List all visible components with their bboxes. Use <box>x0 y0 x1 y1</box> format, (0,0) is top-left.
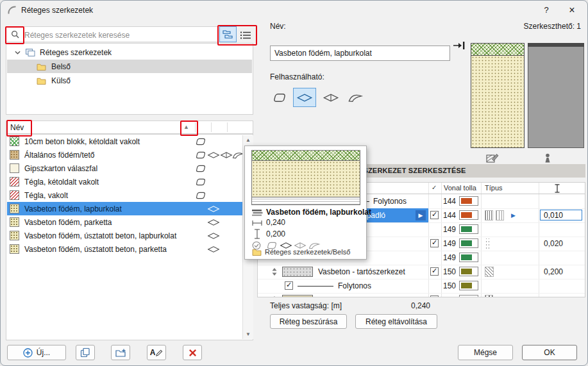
tooltip-total-thickness: 0,240 <box>266 218 285 227</box>
line-sample <box>298 286 333 287</box>
visibility-checkbox[interactable] <box>430 295 439 297</box>
table-row-line[interactable]: Folytonos 150 <box>258 279 585 294</box>
tooltip-title: Vasbeton födém, lapburkolat <box>266 208 371 217</box>
wall-usage-icon <box>194 164 207 173</box>
skin-type-icon[interactable] <box>485 210 493 220</box>
ok-button[interactable]: OK <box>522 345 577 360</box>
type-dropdown-arrow[interactable]: ▶ <box>511 212 516 219</box>
expand-row-button[interactable]: ▶ <box>416 210 426 220</box>
tree-folder-kulso[interactable]: Külső <box>7 74 252 87</box>
use-slab-button[interactable] <box>293 88 316 107</box>
list-item[interactable]: Tégla, vakolt <box>7 188 242 202</box>
list-item-selected[interactable]: Vasbeton födém, lapburkolat <box>7 202 242 215</box>
list-item[interactable]: Vasbeton födém, parketta <box>7 215 242 229</box>
folder-tree: Réteges szerkezetek Belső Külső <box>6 43 253 115</box>
line-type-label: Folytonos <box>338 281 371 290</box>
search-input[interactable] <box>23 28 217 42</box>
roof-icon <box>323 92 339 103</box>
use-shell-button[interactable] <box>346 90 365 104</box>
skin-name: Vakolat - gipsz <box>318 295 368 297</box>
list-item[interactable]: Vasbeton födém, úsztatott beton, lapburk… <box>7 229 242 242</box>
duplicate-button[interactable] <box>76 345 95 360</box>
list-item-label: Vasbeton födém, lapburkolat <box>24 204 122 213</box>
list-item[interactable]: Vasbeton födém, úsztatott beton, parkett… <box>7 242 242 256</box>
pen-color <box>461 212 472 218</box>
pen-color <box>461 198 472 204</box>
visibility-checkbox[interactable] <box>430 211 439 219</box>
use-wall-button[interactable] <box>270 90 289 104</box>
insert-layer-button[interactable]: Réteg beszúrása <box>270 314 347 329</box>
slab-usage-icon <box>207 151 220 160</box>
composite-swatch <box>10 204 19 213</box>
pen-color-swatch[interactable] <box>459 238 478 248</box>
list-item[interactable]: 10cm beton blokk, kétoldalt vakolt <box>7 135 242 148</box>
skin-type-icon[interactable] <box>496 210 504 220</box>
list-view-toggle[interactable] <box>237 27 253 43</box>
list-item-label: Tégla, kétoldalt vakolt <box>24 178 99 187</box>
new-folder-button[interactable] <box>111 345 130 360</box>
delete-button[interactable] <box>183 345 202 360</box>
surfaces-icon[interactable] <box>544 153 551 163</box>
cancel-button[interactable]: Mégse <box>458 345 513 360</box>
composite-swatch <box>10 190 19 200</box>
wall-usage-icon <box>194 151 207 160</box>
remove-layer-button[interactable]: Réteg eltávolítása <box>355 314 437 329</box>
scroll-up-icon[interactable]: ▲ <box>243 137 253 143</box>
use-roof-button[interactable] <box>321 90 340 104</box>
pen-color-swatch[interactable] <box>459 281 478 290</box>
dialog-icon <box>7 5 17 15</box>
pen-color-swatch[interactable] <box>459 210 478 220</box>
composite-swatch <box>10 244 19 254</box>
close-button[interactable]: × <box>559 1 585 20</box>
pen-color-swatch[interactable] <box>459 253 478 262</box>
tooltip-core-thickness: 0,200 <box>266 229 285 238</box>
skin-type-icon[interactable] <box>486 238 491 249</box>
pen-color-swatch[interactable] <box>459 196 478 206</box>
pen-column-header: Vonal tolla <box>444 184 476 192</box>
pen-color-swatch[interactable] <box>459 295 478 297</box>
folder-icon <box>37 77 46 85</box>
pen-number: 150 <box>443 281 456 290</box>
scroll-down-icon[interactable]: ▼ <box>243 331 253 337</box>
pen-color-swatch[interactable] <box>459 267 478 276</box>
composite-name-input[interactable] <box>270 46 450 61</box>
list-item[interactable]: Gipszkarton válaszfal <box>7 162 242 175</box>
table-row-skin[interactable]: Vakolat - gipsz 156 0,010 <box>258 293 585 297</box>
move-row-handle-icon[interactable] <box>272 296 277 297</box>
composite-swatch <box>10 217 19 227</box>
skin-type-icon[interactable] <box>485 267 494 277</box>
skin-fill-swatch <box>282 267 313 277</box>
pen-number: 144 <box>443 211 456 220</box>
pen-number: 149 <box>443 225 456 234</box>
tree-folder-label: Külső <box>51 76 71 85</box>
chevron-down-icon <box>15 51 21 54</box>
new-button-label: Új... <box>37 348 50 357</box>
tree-view-toggle[interactable] <box>219 26 237 42</box>
remove-layer-label: Réteg eltávolítása <box>365 317 427 326</box>
height-measure-icon <box>254 229 260 239</box>
table-row-skin[interactable]: Vasbeton - tartószerkezet 150 0,200 <box>258 265 585 279</box>
rename-button[interactable]: A <box>147 345 166 360</box>
cut-fill-pencil-icon[interactable] <box>486 153 499 163</box>
pen-color <box>461 283 472 288</box>
list-item-label: Gipszkarton válaszfal <box>24 164 97 173</box>
help-button[interactable]: ? <box>533 1 559 20</box>
visibility-checkbox[interactable] <box>430 239 439 247</box>
pen-number: 149 <box>443 253 456 262</box>
sort-ascending-icon[interactable]: ▲ <box>183 124 189 130</box>
tooltip-preview-bottom-layer <box>252 197 360 204</box>
list-item-label: Vasbeton födém, parketta <box>24 218 112 227</box>
line-visibility-checkbox[interactable] <box>285 281 293 290</box>
list-item[interactable]: Tégla, kétoldalt vakolt <box>7 175 242 188</box>
thickness-edit-box[interactable]: 0,010 <box>540 210 582 220</box>
tree-root-row[interactable]: Réteges szerkezetek <box>7 46 252 59</box>
move-row-handle-icon[interactable] <box>272 268 277 276</box>
list-item[interactable]: Általános födém/tető <box>7 148 242 162</box>
thickness-column-icon <box>554 184 560 193</box>
pen-color-swatch[interactable] <box>459 224 478 234</box>
skin-type-icon[interactable] <box>485 295 493 297</box>
visibility-checkbox[interactable] <box>430 267 439 276</box>
tree-folder-belso[interactable]: Belső <box>7 60 252 73</box>
new-button[interactable]: Új... <box>7 345 66 360</box>
name-column-header[interactable]: Név <box>10 123 24 132</box>
